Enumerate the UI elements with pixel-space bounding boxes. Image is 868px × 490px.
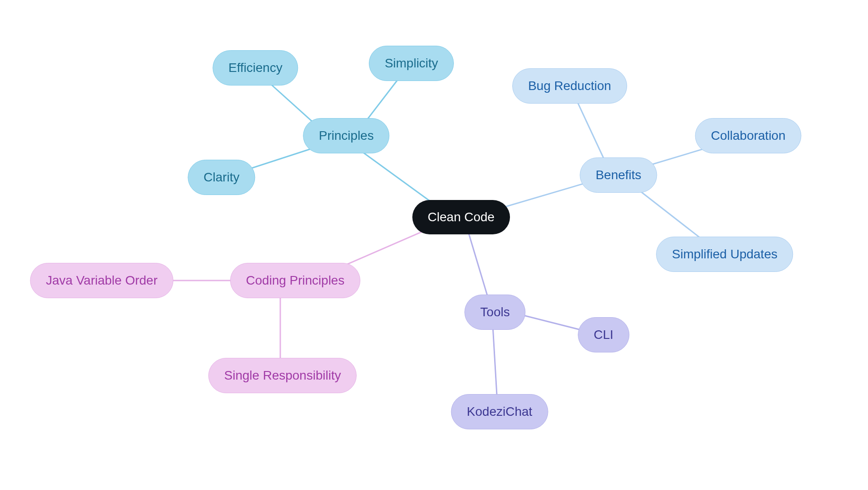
node-java-variable-order-label: Java Variable Order [46,273,158,288]
svg-line-5 [574,95,606,163]
svg-line-10 [493,326,497,403]
node-coding-principles[interactable]: Coding Principles [230,263,360,298]
node-root[interactable]: Clean Code [412,200,510,234]
node-simplicity[interactable]: Simplicity [369,46,454,81]
node-simplified-updates[interactable]: Simplified Updates [656,237,793,272]
node-bug-reduction-label: Bug Reduction [528,79,611,93]
node-efficiency[interactable]: Efficiency [212,50,298,86]
node-single-responsibility[interactable]: Single Responsibility [208,358,357,393]
node-simplicity-label: Simplicity [385,56,438,71]
node-java-variable-order[interactable]: Java Variable Order [30,263,174,298]
node-cli[interactable]: CLI [578,317,629,352]
node-bug-reduction[interactable]: Bug Reduction [512,68,627,104]
node-collaboration[interactable]: Collaboration [695,118,802,153]
node-benefits-label: Benefits [595,168,641,182]
node-single-responsibility-label: Single Responsibility [224,368,341,383]
node-tools-label: Tools [480,305,509,319]
node-collaboration-label: Collaboration [711,128,786,143]
node-root-label: Clean Code [428,210,495,224]
node-kodezichat[interactable]: KodeziChat [451,394,548,429]
node-efficiency-label: Efficiency [228,61,282,75]
node-kodezichat-label: KodeziChat [467,404,533,419]
node-simplified-updates-label: Simplified Updates [672,247,777,262]
node-principles[interactable]: Principles [303,118,389,153]
node-benefits[interactable]: Benefits [580,157,657,193]
node-cli-label: CLI [594,328,613,342]
node-clarity-label: Clarity [203,170,239,185]
node-principles-label: Principles [319,128,373,143]
node-tools[interactable]: Tools [464,295,525,330]
node-coding-principles-label: Coding Principles [246,273,344,288]
node-clarity[interactable]: Clarity [188,160,255,195]
